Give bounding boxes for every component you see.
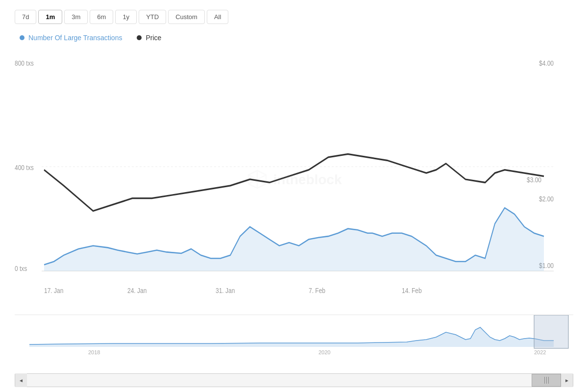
- svg-text:$3.00: $3.00: [527, 175, 541, 184]
- time-filter-1y[interactable]: 1y: [115, 10, 137, 24]
- svg-rect-22: [534, 315, 568, 348]
- mini-chart-wrapper: 2018 2020 2022: [15, 315, 573, 373]
- svg-text:2020: 2020: [318, 349, 330, 355]
- time-filter-custom[interactable]: Custom: [168, 10, 205, 24]
- chart-legend: Number Of Large TransactionsPrice: [15, 34, 573, 42]
- scrollbar-left-button[interactable]: ◄: [15, 373, 27, 387]
- time-filter-1m[interactable]: 1m: [38, 10, 62, 24]
- legend-label: Price: [146, 34, 161, 42]
- legend-label: Number Of Large Transactions: [28, 34, 122, 42]
- svg-text:2022: 2022: [534, 349, 546, 355]
- svg-text:7. Feb: 7. Feb: [309, 286, 325, 295]
- scrollbar-thumb[interactable]: [532, 374, 561, 387]
- price-line: [44, 154, 544, 211]
- scrollbar-handle-line-3: [548, 377, 549, 384]
- time-filter-ytd[interactable]: YTD: [139, 10, 166, 24]
- svg-marker-21: [29, 327, 554, 347]
- scrollbar[interactable]: ◄ ►: [15, 373, 573, 387]
- svg-text:800 txs: 800 txs: [15, 58, 34, 67]
- scrollbar-handle-line-1: [544, 377, 545, 384]
- svg-text:0 txs: 0 txs: [15, 264, 27, 273]
- transactions-area: [44, 208, 544, 271]
- scrollbar-handle-line-2: [546, 377, 547, 384]
- time-filter-6m[interactable]: 6m: [90, 10, 113, 24]
- time-filter-3m[interactable]: 3m: [64, 10, 88, 24]
- time-filter-7d[interactable]: 7d: [15, 10, 36, 24]
- legend-item: Price: [137, 34, 161, 42]
- main-chart-area: intheblock 800 txs 400 txs 0 txs $4.00 $…: [15, 47, 573, 312]
- svg-text:$2.00: $2.00: [539, 195, 554, 203]
- legend-dot-dark: [137, 35, 142, 40]
- legend-dot-blue: [20, 35, 24, 40]
- svg-text:400 txs: 400 txs: [15, 163, 34, 172]
- main-chart-svg: 800 txs 400 txs 0 txs $4.00 $2.00 $1.00 …: [15, 47, 573, 312]
- main-container: 7d1m3m6m1yYTDCustomAll Number Of Large T…: [0, 0, 588, 392]
- time-filter-all[interactable]: All: [207, 10, 228, 24]
- svg-text:31. Jan: 31. Jan: [216, 286, 235, 295]
- scrollbar-right-button[interactable]: ►: [561, 373, 573, 387]
- legend-item: Number Of Large Transactions: [20, 34, 122, 42]
- svg-text:17. Jan: 17. Jan: [44, 286, 63, 295]
- mini-chart-svg: 2018 2020 2022: [15, 315, 573, 359]
- scrollbar-track: [27, 374, 561, 387]
- svg-text:$4.00: $4.00: [539, 58, 554, 67]
- time-filter-bar: 7d1m3m6m1yYTDCustomAll: [15, 10, 573, 24]
- svg-text:2018: 2018: [88, 349, 100, 355]
- svg-text:14. Feb: 14. Feb: [402, 286, 422, 295]
- svg-text:24. Jan: 24. Jan: [127, 286, 147, 295]
